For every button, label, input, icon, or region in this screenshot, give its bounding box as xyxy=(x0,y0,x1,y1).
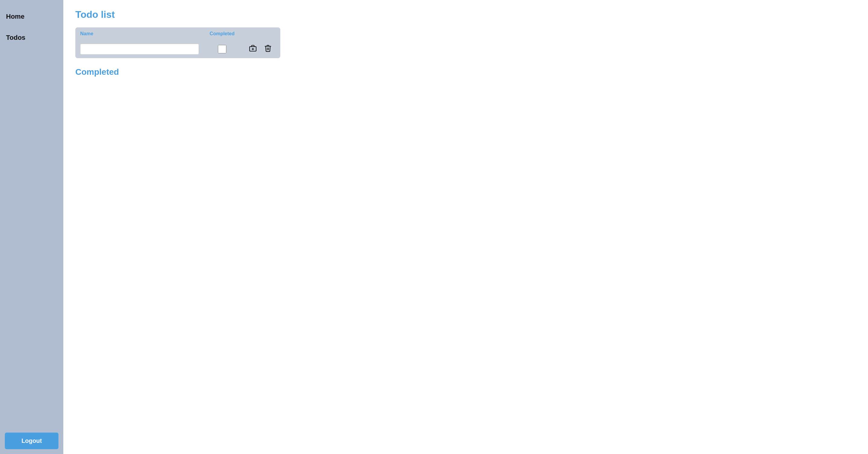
completed-section-title: Completed xyxy=(75,67,856,77)
table-row xyxy=(75,40,280,58)
main-content: Todo list Name Completed xyxy=(63,0,868,454)
completed-cell xyxy=(204,40,241,58)
sidebar-nav: Home Todos xyxy=(0,0,63,428)
name-cell xyxy=(75,40,204,58)
briefcase-icon xyxy=(249,44,257,52)
todo-completed-checkbox[interactable] xyxy=(218,45,226,53)
logout-button[interactable]: Logout xyxy=(5,432,59,449)
trash-icon xyxy=(264,44,272,52)
actions-cell xyxy=(241,40,280,58)
page-title: Todo list xyxy=(75,9,856,20)
sidebar: Home Todos Logout xyxy=(0,0,63,454)
todo-name-input[interactable] xyxy=(80,44,199,55)
col-header-name: Name xyxy=(75,27,204,40)
col-header-completed: Completed xyxy=(204,27,241,40)
sidebar-item-todos[interactable]: Todos xyxy=(0,27,63,48)
delete-button[interactable] xyxy=(261,43,274,55)
save-button[interactable] xyxy=(247,43,259,55)
col-header-actions xyxy=(241,27,280,40)
todo-table: Name Completed xyxy=(75,27,280,58)
sidebar-item-home[interactable]: Home xyxy=(0,6,63,27)
actions-container xyxy=(245,43,276,55)
